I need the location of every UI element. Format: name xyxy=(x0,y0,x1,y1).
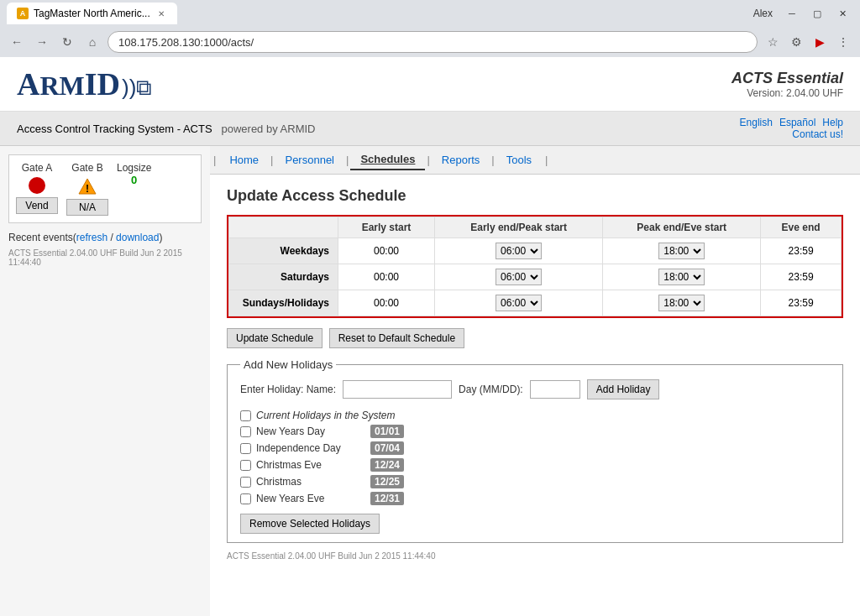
holiday-name-newyearsday: New Years Day xyxy=(256,425,365,437)
nav-tools[interactable]: Tools xyxy=(496,150,542,170)
cast-icon[interactable]: ▶ xyxy=(810,32,830,52)
holiday-checkbox-independence[interactable] xyxy=(240,443,251,454)
schedule-table: Early start Early end/Peak start Peak en… xyxy=(228,217,842,316)
weekdays-peak-end: 00:0001:0002:0003:0004:0005:0006:0007:00… xyxy=(603,238,761,264)
logo: ARMID ))⧉ xyxy=(17,65,152,102)
sundays-eve-end: 23:59 xyxy=(761,290,842,316)
weekdays-early-end-select[interactable]: 00:0001:0002:0003:0004:0005:0006:0007:00… xyxy=(496,243,542,259)
contact-link[interactable]: Contact us! xyxy=(792,128,843,140)
refresh-link[interactable]: refresh xyxy=(76,232,108,243)
holiday-section: Add New Holidays Enter Holiday: Name: Da… xyxy=(227,358,843,543)
holiday-item-newyearseve: New Years Eve 12/31 xyxy=(240,490,830,507)
weekdays-early-end: 00:0001:0002:0003:0004:0005:0006:0007:00… xyxy=(435,238,603,264)
holiday-day-label: Day (MM/DD): xyxy=(459,384,523,395)
nav-home[interactable]: Home xyxy=(219,150,269,170)
minimize-btn[interactable]: ─ xyxy=(781,5,803,22)
nav-reports[interactable]: Reports xyxy=(432,150,490,170)
tab-title: TagMaster North Americ... xyxy=(34,8,150,19)
holiday-name-christmaseve: Christmas Eve xyxy=(256,459,365,471)
gate-a-btn[interactable]: Vend xyxy=(16,197,58,214)
sundays-label: Sundays/Holidays xyxy=(229,290,338,316)
content-area: Update Access Schedule Early start Early… xyxy=(210,175,860,616)
holiday-legend: Add New Holidays xyxy=(240,358,336,371)
url-text: 108.175.208.130:1000/acts/ xyxy=(118,36,254,49)
saturdays-early-end-select[interactable]: 00:0001:0002:0003:0004:0005:0006:0007:00… xyxy=(496,269,542,285)
logo-text: ARMID xyxy=(17,65,120,102)
title-bar-left: A TagMaster North Americ... ✕ xyxy=(7,3,177,24)
table-row: Sundays/Holidays 00:00 00:0001:0002:0003… xyxy=(229,290,842,316)
right-panel: | Home | Personnel | Schedules | Reports… xyxy=(210,146,860,616)
tab-favicon: A xyxy=(17,8,29,19)
remove-holidays-btn[interactable]: Remove Selected Holidays xyxy=(240,514,380,534)
logsize-item: Logsize 0 xyxy=(117,162,151,186)
gate-b-btn[interactable]: N/A xyxy=(66,199,108,216)
holiday-checkbox-newyearsday[interactable] xyxy=(240,426,251,437)
download-link[interactable]: download xyxy=(116,232,159,243)
logsize-value: 0 xyxy=(131,174,137,186)
reset-schedule-btn[interactable]: Reset to Default Schedule xyxy=(329,328,464,348)
holidays-list: Current Holidays in the System New Years… xyxy=(240,410,830,507)
tab-close-btn[interactable]: ✕ xyxy=(155,8,167,19)
weekdays-peak-end-select[interactable]: 00:0001:0002:0003:0004:0005:0006:0007:00… xyxy=(658,243,705,259)
help-link[interactable]: Help xyxy=(822,117,843,128)
refresh-btn[interactable]: ↻ xyxy=(57,32,77,52)
address-bar-icons: ☆ ⚙ ▶ ⋮ xyxy=(763,32,853,52)
col-header-early-end: Early end/Peak start xyxy=(435,217,603,238)
sundays-early-end-select[interactable]: 00:0001:0002:0003:0004:0005:0006:0007:00 xyxy=(496,295,542,311)
title-bar: A TagMaster North Americ... ✕ Alex ─ ▢ ✕ xyxy=(0,0,860,27)
col-header-peak-end: Peak end/Eve start xyxy=(603,217,761,238)
nav-personnel[interactable]: Personnel xyxy=(275,150,344,170)
back-btn[interactable]: ← xyxy=(7,32,27,52)
holiday-date-independence: 07/04 xyxy=(370,441,404,455)
sub-header-links: English Español Help Contact us! xyxy=(740,117,843,140)
gate-a-label: Gate A xyxy=(22,162,53,174)
holiday-item-independence: Independence Day 07/04 xyxy=(240,440,830,457)
saturdays-label: Saturdays xyxy=(229,264,338,290)
forward-btn[interactable]: → xyxy=(32,32,52,52)
holiday-day-input[interactable] xyxy=(530,380,580,399)
col-header-early-start: Early start xyxy=(338,217,435,238)
browser-tab[interactable]: A TagMaster North Americ... ✕ xyxy=(7,3,177,24)
add-holiday-btn[interactable]: Add Holiday xyxy=(587,379,660,399)
close-btn[interactable]: ✕ xyxy=(831,5,853,22)
holiday-date-christmaseve: 12/24 xyxy=(370,458,404,472)
gate-row: Gate A Vend Gate B ! N/A xyxy=(16,162,194,216)
select-all-holidays-checkbox[interactable] xyxy=(240,410,251,421)
menu-icon[interactable]: ⋮ xyxy=(833,32,853,52)
holiday-name-input[interactable] xyxy=(343,380,452,399)
holiday-checkbox-christmaseve[interactable] xyxy=(240,460,251,471)
logo-area: ARMID ))⧉ xyxy=(17,65,152,102)
recent-events: Recent events(refresh / download) xyxy=(8,232,202,243)
holiday-list-header: Current Holidays in the System xyxy=(240,410,830,421)
gate-a-indicator xyxy=(29,177,45,194)
action-buttons: Update Schedule Reset to Default Schedul… xyxy=(227,328,843,348)
holiday-date-christmas: 12/25 xyxy=(370,475,404,488)
saturdays-peak-end-select[interactable]: 00:0006:0012:0013:0014:0015:0016:0017:00… xyxy=(658,269,705,285)
home-btn[interactable]: ⌂ xyxy=(82,32,102,52)
sidebar: Gate A Vend Gate B ! N/A xyxy=(0,146,210,616)
maximize-btn[interactable]: ▢ xyxy=(806,5,828,22)
holiday-checkbox-newyearseve[interactable] xyxy=(240,493,251,504)
holiday-checkbox-christmas[interactable] xyxy=(240,477,251,488)
holiday-name-label: Enter Holiday: Name: xyxy=(240,384,336,395)
holiday-name-christmas: Christmas xyxy=(256,476,365,488)
espanol-link[interactable]: Español xyxy=(779,117,815,128)
update-schedule-btn[interactable]: Update Schedule xyxy=(227,328,322,348)
extensions-icon[interactable]: ⚙ xyxy=(786,32,806,52)
star-icon[interactable]: ☆ xyxy=(763,32,783,52)
page-header: ARMID ))⧉ ACTS Essential Version: 2.04.0… xyxy=(0,57,860,112)
lang-links: English Español Help xyxy=(740,117,843,128)
address-bar: ← → ↻ ⌂ 108.175.208.130:1000/acts/ ☆ ⚙ ▶… xyxy=(0,27,860,57)
sundays-peak-end: 00:0006:0012:0017:0018:0019:0020:00 xyxy=(603,290,761,316)
page-content: ARMID ))⧉ ACTS Essential Version: 2.04.0… xyxy=(0,57,860,616)
english-link[interactable]: English xyxy=(740,117,773,128)
logo-waves-icon: ))⧉ xyxy=(122,75,152,101)
sundays-peak-end-select[interactable]: 00:0006:0012:0017:0018:0019:0020:00 xyxy=(658,295,705,311)
url-bar[interactable]: 108.175.208.130:1000/acts/ xyxy=(108,31,758,53)
saturdays-eve-end: 23:59 xyxy=(761,264,842,290)
acts-title: ACTS Essential xyxy=(732,70,843,87)
logsize-label: Logsize xyxy=(117,162,151,174)
nav-schedules[interactable]: Schedules xyxy=(350,149,425,170)
gate-b-item: Gate B ! N/A xyxy=(66,162,108,216)
table-row: Weekdays 00:00 00:0001:0002:0003:0004:00… xyxy=(229,238,842,264)
